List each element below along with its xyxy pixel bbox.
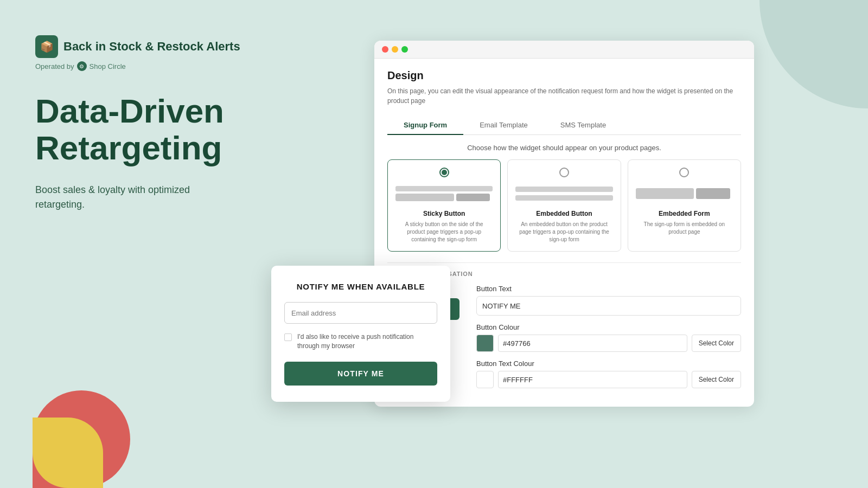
widget-option-sticky[interactable]: Sticky Button A sticky button on the sid… [387, 159, 501, 252]
button-text-colour-label: Button Text Colour [476, 359, 741, 368]
design-title: Design [387, 69, 741, 82]
widget-name-sticky: Sticky Button [395, 210, 493, 217]
popup-email-input[interactable] [284, 302, 437, 324]
mockup-sticky [395, 183, 493, 204]
logo-row: 📦 Back in Stock & Restock Alerts [35, 35, 240, 58]
button-text-colour-input[interactable] [498, 371, 687, 388]
browser-titlebar [374, 41, 754, 59]
button-colour-row: Select Color [476, 335, 741, 352]
tabs: Signup Form Email Template SMS Template [387, 115, 741, 135]
logo-text: Back in Stock & Restock Alerts [63, 40, 240, 54]
operated-by: Operated by ⚙ Shop Circle [35, 61, 240, 71]
radio-sticky [439, 168, 449, 177]
widget-desc-embedded-btn: An embedded button on the product page t… [515, 221, 612, 243]
button-text-colour-swatch [476, 371, 494, 388]
tab-signup-form[interactable]: Signup Form [387, 115, 463, 134]
widget-name-embedded-form: Embedded Form [636, 210, 733, 217]
sub-heading: Boost sales & loyalty with optimizedreta… [35, 183, 240, 212]
widget-option-embedded-form[interactable]: Embedded Form The sign-up form is embedd… [628, 159, 741, 252]
button-colour-group: Button Colour Select Color [476, 323, 741, 352]
button-text-group: Button Text [476, 285, 741, 316]
customisation-form: Button Text Button Colour Select Color B… [476, 285, 741, 396]
widget-desc-embedded-form: The sign-up form is embedded on product … [636, 221, 733, 236]
shop-circle-icon: ⚙ [77, 61, 87, 71]
logo-icon: 📦 [35, 35, 58, 58]
button-text-colour-group: Button Text Colour Select Color [476, 359, 741, 388]
main-heading: Data-Driven Retargeting [35, 93, 240, 166]
shop-circle-label: Shop Circle [90, 62, 126, 70]
popup-checkbox[interactable] [284, 333, 292, 341]
mockup-embedded-btn [515, 183, 612, 204]
button-text-input[interactable] [476, 296, 741, 316]
tab-email-template[interactable]: Email Template [463, 115, 544, 134]
mockup-embedded-form [636, 183, 733, 204]
popup-checkbox-label: I'd also like to receive a push notifica… [297, 332, 437, 351]
button-text-colour-select-button[interactable]: Select Color [692, 371, 741, 388]
widget-options: Sticky Button A sticky button on the sid… [387, 159, 741, 252]
operated-by-label: Operated by [35, 62, 74, 70]
left-panel: 📦 Back in Stock & Restock Alerts Operate… [35, 35, 240, 212]
floating-popup: NOTIFY ME WHEN AVAILABLE I'd also like t… [271, 266, 450, 402]
bg-shape-bottom-left-yellow [33, 418, 103, 488]
button-text-colour-row: Select Color [476, 371, 741, 388]
dot-red [382, 46, 388, 53]
bg-shape-top-right [760, 0, 868, 108]
button-colour-input[interactable] [498, 335, 687, 352]
widget-choose-text: Choose how the widget should appear on y… [387, 144, 741, 152]
dot-yellow [392, 46, 398, 53]
button-colour-select-button[interactable]: Select Color [692, 335, 741, 352]
widget-name-embedded-btn: Embedded Button [515, 210, 612, 217]
widget-desc-sticky: A sticky button on the side of the produ… [395, 221, 493, 243]
tab-sms-template[interactable]: SMS Template [544, 115, 622, 134]
popup-notify-button[interactable]: NOTIFY ME [284, 362, 437, 386]
popup-checkbox-row: I'd also like to receive a push notifica… [284, 332, 437, 351]
design-desc: On this page, you can edit the visual ap… [387, 86, 741, 106]
button-text-label: Button Text [476, 285, 741, 293]
button-colour-label: Button Colour [476, 323, 741, 331]
button-colour-swatch [476, 335, 494, 352]
dot-green [401, 46, 408, 53]
radio-embedded-btn [559, 168, 569, 177]
widget-option-embedded-btn[interactable]: Embedded Button An embedded button on th… [507, 159, 621, 252]
radio-embedded-form [679, 168, 689, 177]
popup-title: NOTIFY ME WHEN AVAILABLE [284, 282, 437, 291]
